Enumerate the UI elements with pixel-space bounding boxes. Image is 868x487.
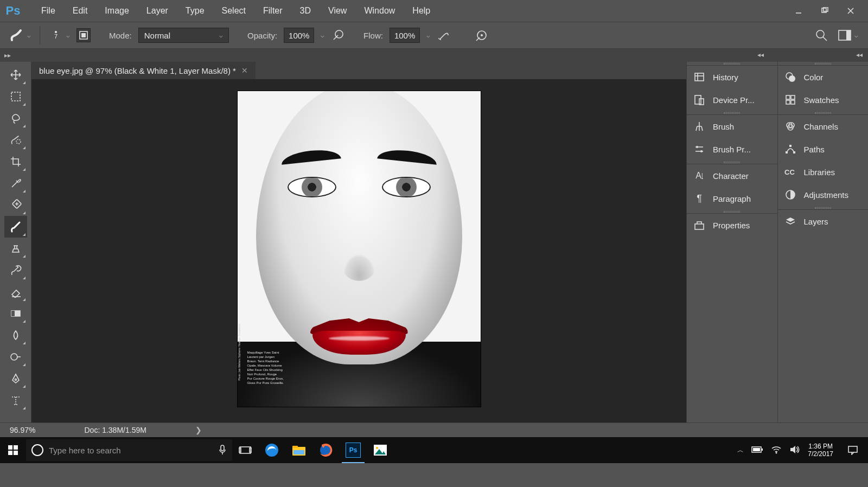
menu-type[interactable]: Type — [177, 2, 213, 20]
menu-3d[interactable]: 3D — [291, 2, 320, 20]
svg-rect-74 — [848, 446, 857, 452]
tool-gradient[interactable] — [4, 303, 27, 324]
svg-line-13 — [823, 37, 827, 41]
taskbar-app-firefox[interactable] — [312, 437, 340, 463]
panel-paths[interactable]: Paths — [778, 138, 869, 161]
panel-character[interactable]: A|Character — [687, 164, 777, 187]
action-center-icon[interactable] — [841, 437, 865, 463]
tool-blur[interactable] — [4, 324, 27, 346]
close-button[interactable] — [838, 0, 864, 22]
collapse-panels-left-icon[interactable]: ◂◂ — [757, 51, 764, 59]
tool-history-brush[interactable] — [4, 259, 27, 281]
tool-lasso[interactable] — [4, 107, 27, 129]
mic-icon[interactable] — [218, 444, 227, 457]
document-tab[interactable]: blue eye.jpg @ 97% (Black & White 1, Lay… — [31, 62, 256, 79]
menu-layer[interactable]: Layer — [138, 2, 177, 20]
svg-rect-42 — [791, 95, 795, 99]
panel-brush-presets[interactable]: Brush Pr... — [687, 138, 777, 161]
svg-rect-41 — [786, 95, 790, 99]
close-tab-icon[interactable]: ✕ — [241, 66, 248, 75]
tool-eraser[interactable] — [4, 281, 27, 303]
tray-chevron-icon[interactable]: ︿ — [737, 446, 744, 455]
battery-icon[interactable] — [751, 446, 763, 455]
menu-edit[interactable]: Edit — [64, 2, 97, 20]
menu-filter[interactable]: Filter — [254, 2, 291, 20]
taskbar-search[interactable]: Type here to search — [26, 439, 232, 461]
brush-preset-picker[interactable]: 7 ⌵ — [49, 28, 70, 42]
panel-properties[interactable]: Properties — [687, 214, 777, 236]
tool-preset-picker[interactable]: ⌵ — [10, 28, 31, 42]
taskbar-app-edge[interactable] — [258, 437, 285, 463]
menu-view[interactable]: View — [320, 2, 355, 20]
canvas[interactable]: Photo Jan Welters Stylisme Heather Rober… — [31, 79, 686, 422]
svg-point-37 — [700, 150, 703, 152]
wifi-icon[interactable] — [771, 445, 782, 456]
taskbar-app-photoshop[interactable]: Ps — [340, 437, 367, 463]
pressure-opacity-icon[interactable] — [331, 28, 345, 42]
menu-image[interactable]: Image — [96, 2, 137, 20]
tool-dodge[interactable] — [4, 346, 27, 368]
panel-device-preview[interactable]: Device Pr... — [687, 88, 777, 111]
tool-crop[interactable] — [4, 151, 27, 172]
svg-point-11 — [481, 34, 483, 36]
svg-rect-49 — [793, 151, 795, 153]
search-icon[interactable] — [814, 28, 828, 42]
panel-color[interactable]: Color — [778, 66, 869, 88]
panel-paragraph[interactable]: ¶Paragraph — [687, 187, 777, 210]
maximize-button[interactable] — [812, 0, 838, 22]
brush-panel-button[interactable] — [76, 28, 91, 42]
tool-move[interactable] — [4, 64, 27, 86]
flow-flyout[interactable]: ⌵ — [426, 32, 430, 39]
airbrush-icon[interactable] — [437, 28, 451, 42]
svg-point-40 — [789, 75, 795, 82]
doc-info[interactable]: Doc: 1.38M/1.59M — [84, 426, 146, 434]
panel-brush[interactable]: Brush — [687, 115, 777, 138]
taskbar-app-explorer[interactable] — [285, 437, 312, 463]
svg-rect-70 — [753, 448, 760, 451]
tool-eyedropper[interactable] — [4, 172, 27, 194]
tool-pen[interactable] — [4, 368, 27, 389]
tools-panel — [0, 62, 31, 422]
panel-libraries[interactable]: C⁠CLibraries — [778, 161, 869, 183]
minimize-button[interactable] — [786, 0, 812, 22]
taskbar-clock[interactable]: 1:36 PM 7/2/2017 — [808, 443, 833, 458]
document-area: blue eye.jpg @ 97% (Black & White 1, Lay… — [31, 62, 686, 422]
chevron-down-icon: ⌵ — [219, 32, 223, 39]
taskbar-time: 1:36 PM — [808, 443, 833, 450]
tool-quick-select[interactable] — [4, 129, 27, 151]
workspace-switcher[interactable]: ⌵ — [838, 30, 858, 41]
tool-type[interactable] — [4, 389, 27, 411]
expand-tools-icon[interactable]: ▸▸ — [4, 52, 11, 59]
photoshop-logo-icon: Ps — [4, 2, 22, 20]
svg-rect-57 — [221, 445, 224, 451]
menu-window[interactable]: Window — [355, 2, 404, 20]
taskbar-app-photos[interactable] — [367, 437, 394, 463]
panel-channels[interactable]: Channels — [778, 115, 869, 138]
tool-clone-stamp[interactable] — [4, 238, 27, 259]
blend-mode-select[interactable]: Normal ⌵ — [138, 28, 229, 43]
task-view-button[interactable] — [232, 437, 258, 463]
svg-rect-44 — [791, 100, 795, 104]
volume-icon[interactable] — [789, 445, 800, 456]
flow-input[interactable]: 100% — [390, 28, 420, 43]
panel-adjustments[interactable]: Adjustments — [778, 183, 869, 206]
zoom-level[interactable]: 96.97% — [10, 426, 35, 434]
menu-select[interactable]: Select — [213, 2, 254, 20]
panel-layers[interactable]: Layers — [778, 210, 869, 233]
opacity-flyout[interactable]: ⌵ — [321, 32, 324, 39]
status-flyout-icon[interactable]: ❯ — [195, 426, 202, 434]
panel-swatches[interactable]: Swatches — [778, 88, 869, 111]
menu-file[interactable]: File — [33, 2, 64, 20]
tool-marquee[interactable] — [4, 86, 27, 107]
opacity-input[interactable]: 100% — [284, 28, 314, 43]
menu-help[interactable]: Help — [404, 2, 439, 20]
panel-label: Adjustments — [804, 190, 849, 200]
chevron-down-icon: ⌵ — [66, 32, 70, 39]
tool-healing-brush[interactable] — [4, 194, 27, 216]
svg-point-8 — [440, 39, 441, 40]
start-button[interactable] — [0, 437, 26, 463]
tool-brush[interactable] — [4, 216, 27, 238]
panel-history[interactable]: History — [687, 66, 777, 88]
collapse-panels-right-icon[interactable]: ◂◂ — [856, 51, 863, 59]
pressure-size-icon[interactable] — [475, 28, 489, 42]
